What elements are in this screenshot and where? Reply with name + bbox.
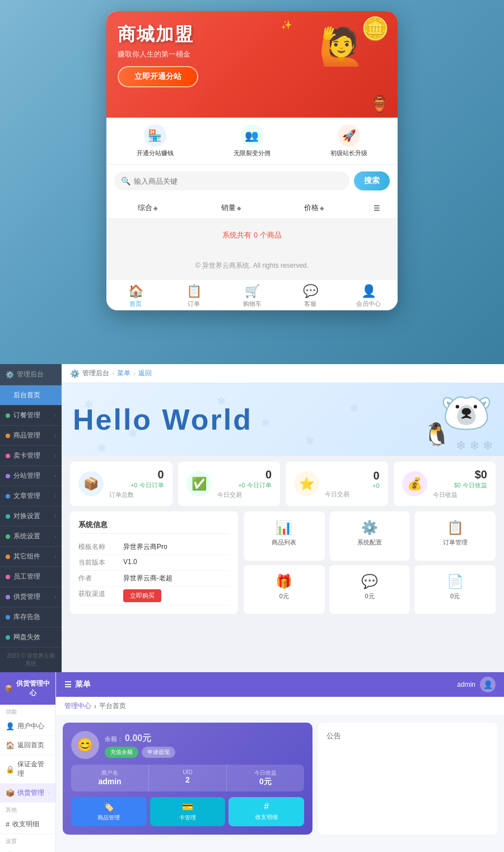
nav-icon-item-3[interactable]: 🚀 初级站长升级 <box>301 124 398 157</box>
sidebar-item-cards[interactable]: 卖卡管理 › <box>0 446 62 466</box>
supply-sidebar-header: 📦 供货管理中心 <box>0 672 55 705</box>
stats-row: 📦 0 +0 今日订单 订单总数 <box>62 456 504 511</box>
stat-change-exchange: +0 <box>372 482 380 489</box>
sort-comprehensive[interactable]: 综合 ◆ <box>106 203 190 213</box>
supply-breadcrumb: 管理中心 › 平台首页 <box>56 697 504 716</box>
bottom-nav-orders-label: 订单 <box>188 300 200 308</box>
supply-arrow: › <box>48 790 50 796</box>
stat-info-today: 0 +0 今日订单 今日交易 <box>217 468 272 499</box>
sort-price[interactable]: 价格 ◆ <box>273 203 356 213</box>
supply-menu-label[interactable]: 菜单 <box>75 679 91 690</box>
breadcrumb-back[interactable]: 返回 <box>138 369 152 378</box>
sidebar-item-syssettings[interactable]: 系统设置 › <box>0 527 62 547</box>
banner-button[interactable]: 立即开通分站 <box>118 66 198 87</box>
bottom-nav-home[interactable]: 🏠 首页 <box>106 284 165 308</box>
card-mgmt-button[interactable]: 💳 卡管理 <box>150 797 226 826</box>
finance-detail-button[interactable]: # 收支明细 <box>228 797 304 826</box>
bottom-nav-member[interactable]: 👤 会员中心 <box>339 284 398 308</box>
sidebar-item-staff[interactable]: 员工管理 <box>0 567 62 587</box>
stat-today-income-label: 今日收益 <box>230 769 301 777</box>
search-input-wrap[interactable]: 🔍 <box>114 171 349 190</box>
supply-ad-area: 公告 <box>318 723 497 835</box>
supply-topbar: ☰ 菜单 admin 👤 <box>56 672 504 697</box>
product-mgmt-label: 商品管理 <box>97 814 120 822</box>
arrow-supply: › <box>54 594 56 600</box>
upgrade-icon: 🚀 <box>338 124 360 147</box>
quick-link-gift[interactable]: 🎁 0元 <box>244 565 325 614</box>
sidebar-label-staff: 员工管理 <box>13 572 40 581</box>
sidebar-item-exchange[interactable]: 对换设置 › <box>0 506 62 527</box>
nav-icon-item-2[interactable]: 👥 无限裂变分佣 <box>203 124 300 157</box>
sidebar-item-orders[interactable]: 订餐管理 › <box>0 406 62 426</box>
quick-link-product-list[interactable]: 📊 商品列表 <box>244 511 325 561</box>
nav-icon-item-1[interactable]: 🏪 开通分站赚钱 <box>106 124 203 157</box>
supply-breadcrumb-home[interactable]: 管理中心 <box>64 701 91 711</box>
supply-sidebar-user[interactable]: 👤 用户中心 <box>0 717 55 736</box>
card-mgmt-label: 卡管理 <box>179 814 196 822</box>
quick-link-doc[interactable]: 📄 0元 <box>414 565 496 614</box>
quick-link-chat[interactable]: 💬 0元 <box>329 565 410 614</box>
sidebar-item-substation[interactable]: 分站管理 › <box>0 466 62 486</box>
deposit-icon: 🔒 <box>6 765 15 774</box>
dot-staff <box>6 575 10 579</box>
arrow-articles: › <box>54 493 56 499</box>
stat-label-exchange: 今日交易 <box>325 490 380 499</box>
bottom-nav-cart[interactable]: 🛒 购物车 <box>223 284 281 308</box>
sort-sales[interactable]: 销量 ◆ <box>190 203 273 213</box>
supply-sidebar-deposit[interactable]: 🔒 保证金管理 <box>0 755 55 784</box>
penguin-icon: 🐧 <box>423 421 451 448</box>
dot-dashboard <box>6 393 10 398</box>
supply-avatar-face: 😊 <box>77 737 94 753</box>
supply-sidebar-home[interactable]: 🏠 返回首页 <box>0 736 55 755</box>
stat-card-revenue: 💰 $0 $0 今日收益 今日收益 <box>394 462 496 506</box>
supply-sidebar-settings[interactable]: ⚙️ 系统设置 › <box>0 846 55 852</box>
snowflake-deco: ❄ ❄ ❄ <box>456 439 493 453</box>
sort-list-view[interactable]: ☰ <box>356 203 398 213</box>
buy-button[interactable]: 立即购买 <box>123 589 161 602</box>
product-list-label: 商品列表 <box>272 538 296 547</box>
supply-sidebar-finance[interactable]: # 收支明细 <box>0 815 55 834</box>
admin-main-content: ⚙️ 管理后台 › 菜单 › 返回 ❄ ❄ ❄ ❄ ❄ ❄ ❄ Hello Wo… <box>62 364 504 672</box>
supply-sidebar-supply-mgmt[interactable]: 📦 供货管理 › <box>0 784 55 803</box>
sidebar-item-supply[interactable]: 供货管理 › <box>0 587 62 607</box>
product-list-icon: 📊 <box>276 520 292 536</box>
withdraw-button[interactable]: 申请提现 <box>142 747 175 758</box>
search-input[interactable] <box>134 177 343 185</box>
product-mgmt-button[interactable]: 🏷️ 商品管理 <box>71 797 147 826</box>
snowflake-6: ❄ <box>97 441 106 455</box>
bottom-nav-service[interactable]: 💬 客服 <box>281 284 339 308</box>
chat-label: 0元 <box>365 592 374 600</box>
hello-world-text: Hello World <box>73 403 253 436</box>
sidebar-item-products[interactable]: 商品管理 › <box>0 426 62 446</box>
gift-label: 0元 <box>279 592 289 600</box>
stat-card-exchange: ⭐ 0 +0 今日交易 <box>286 462 388 506</box>
search-icon: 🔍 <box>121 176 130 185</box>
search-button[interactable]: 搜索 <box>354 171 390 190</box>
supply-user-avatar: 😊 <box>71 731 99 759</box>
service-icon: 💬 <box>303 284 318 299</box>
sort-bar: 综合 ◆ 销量 ◆ 价格 ◆ ☰ <box>106 197 398 219</box>
breadcrumb-menu[interactable]: 菜单 <box>117 369 130 378</box>
bottom-nav-orders[interactable]: 📋 订单 <box>165 284 223 308</box>
admin-avatar[interactable]: 👤 <box>480 677 496 692</box>
supply-section-settings: 设置 <box>0 834 55 846</box>
snowflake-4: ❄ <box>305 434 315 448</box>
stat-value-orders: 0 <box>130 468 164 481</box>
sidebar-item-plugins[interactable]: 其它组件 › <box>0 547 62 567</box>
quick-link-sys-config[interactable]: ⚙️ 系统配置 <box>329 511 410 561</box>
sidebar-item-articles[interactable]: 文章管理 › <box>0 486 62 506</box>
franchise-icon: 🏪 <box>144 124 166 147</box>
nav-icon-label-3: 初级站长升级 <box>330 149 367 157</box>
dot-orders <box>6 413 10 418</box>
recharge-button[interactable]: 充值余额 <box>105 747 138 758</box>
sidebar-label-supply: 供货管理 <box>13 592 40 602</box>
sidebar-item-stock[interactable]: 库存告急 <box>0 607 62 627</box>
sidebar-label-syssettings: 系统设置 <box>13 532 40 541</box>
gift-icon: 🎁 <box>276 574 292 589</box>
sidebar-label-network: 网盘失效 <box>13 632 40 642</box>
bottom-nav-service-label: 客服 <box>304 300 316 308</box>
quick-link-order-mgmt[interactable]: 📋 订单管理 <box>414 511 496 561</box>
stat-info-exchange: 0 +0 今日交易 <box>325 469 380 499</box>
sidebar-item-dashboard[interactable]: 后台首页 <box>0 385 62 406</box>
sidebar-item-network[interactable]: 网盘失效 <box>0 627 62 648</box>
